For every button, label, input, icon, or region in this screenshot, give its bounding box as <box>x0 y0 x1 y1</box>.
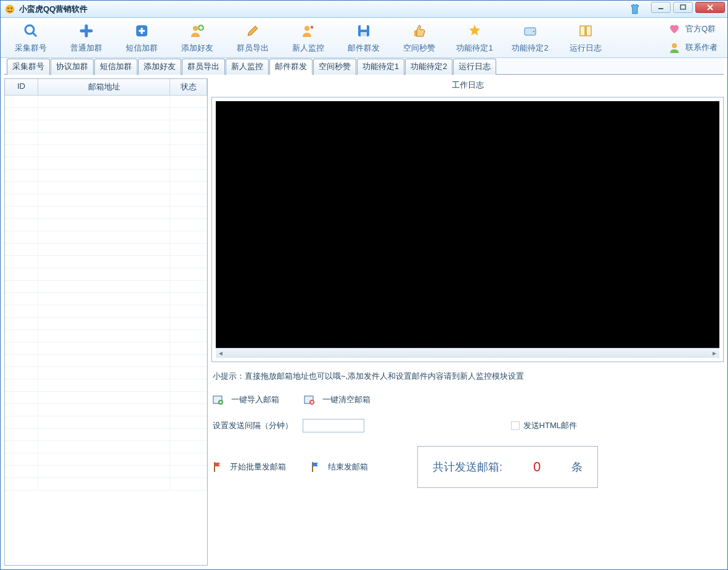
table-row[interactable] <box>5 133 207 145</box>
table-row[interactable] <box>5 305 207 318</box>
table-row[interactable] <box>5 478 207 490</box>
toolbar-label: 功能待定1 <box>456 43 493 54</box>
table-row[interactable] <box>5 379 207 392</box>
table-row[interactable] <box>5 355 207 367</box>
table-row[interactable] <box>5 145 207 157</box>
table-row[interactable] <box>5 157 207 170</box>
tab-10[interactable]: 运行日志 <box>453 59 496 75</box>
tab-1[interactable]: 协议加群 <box>51 59 94 75</box>
table-row[interactable] <box>5 367 207 379</box>
toolbar-label: 空间秒赞 <box>403 43 435 54</box>
link-user[interactable]: 联系作者 <box>668 41 718 54</box>
table-row[interactable] <box>5 170 207 182</box>
clear-emails-button[interactable]: 一键清空邮箱 <box>304 394 370 405</box>
toolbar-save[interactable]: 邮件群发 <box>340 23 388 54</box>
maximize-button[interactable] <box>673 2 693 13</box>
svg-rect-13 <box>361 32 367 36</box>
table-row[interactable] <box>5 182 207 194</box>
content-area: ID 邮箱地址 状态 工作日志 ◄► 小提示：直接拖放邮箱地址也可以哦~,添加发… <box>1 75 727 569</box>
table-row[interactable] <box>5 268 207 281</box>
table-row[interactable] <box>5 416 207 429</box>
pencil-icon <box>245 23 261 39</box>
heart-icon <box>668 23 681 35</box>
tab-2[interactable]: 短信加群 <box>94 59 137 75</box>
table-row[interactable] <box>5 96 207 108</box>
table-row[interactable] <box>5 441 207 453</box>
table-row[interactable] <box>5 330 207 342</box>
table-row[interactable] <box>5 120 207 133</box>
app-icon <box>4 4 15 15</box>
theme-icon[interactable] <box>629 3 641 15</box>
user-icon <box>668 41 681 54</box>
window-controls <box>651 2 725 13</box>
tab-strip: 采集群号协议加群短信加群添加好友群员导出新人监控邮件群发空间秒赞功能待定1功能待… <box>4 58 724 75</box>
minimize-button[interactable] <box>651 2 671 13</box>
table-row[interactable] <box>5 453 207 466</box>
table-row[interactable] <box>5 318 207 330</box>
drive-icon <box>522 23 538 39</box>
toolbar-drive[interactable]: 功能待定2 <box>506 23 554 54</box>
table-header: ID 邮箱地址 状态 <box>5 79 207 96</box>
table-row[interactable] <box>5 342 207 355</box>
interval-label: 设置发送间隔（分钟） <box>213 420 293 431</box>
tab-5[interactable]: 新人监控 <box>226 59 269 75</box>
tab-9[interactable]: 功能待定2 <box>405 59 452 75</box>
toolbar-star[interactable]: 功能待定1 <box>451 23 499 54</box>
import-icon <box>213 394 224 405</box>
svg-point-15 <box>533 31 535 33</box>
tab-3[interactable]: 添加好友 <box>138 59 181 75</box>
import-emails-button[interactable]: 一键导入邮箱 <box>213 394 279 405</box>
col-addr: 邮箱地址 <box>38 79 170 95</box>
table-row[interactable] <box>5 108 207 120</box>
table-row[interactable] <box>5 256 207 268</box>
close-button[interactable] <box>695 2 725 13</box>
table-row[interactable] <box>5 231 207 244</box>
thumb-icon <box>411 23 427 39</box>
tab-6[interactable]: 邮件群发 <box>269 59 313 75</box>
table-row[interactable] <box>5 293 207 305</box>
table-body[interactable] <box>5 96 207 565</box>
toolbar-plus[interactable]: 普通加群 <box>62 23 110 54</box>
table-row[interactable] <box>5 219 207 231</box>
toolbar-plus-box[interactable]: 短信加群 <box>118 23 166 54</box>
toolbar-book[interactable]: 运行日志 <box>562 23 610 54</box>
clear-icon <box>304 394 315 405</box>
toolbar-user-star[interactable]: 新人监控 <box>284 23 332 54</box>
horizontal-scrollbar[interactable]: ◄► <box>216 348 719 358</box>
tab-4[interactable]: 群员导出 <box>182 59 225 75</box>
log-output[interactable] <box>216 101 719 348</box>
interval-input[interactable] <box>303 419 364 432</box>
log-title: 工作日志 <box>211 78 724 92</box>
table-row[interactable] <box>5 207 207 219</box>
toolbar-search[interactable]: 采集群号 <box>7 23 55 54</box>
table-row[interactable] <box>5 404 207 416</box>
stats-count: 0 <box>533 459 541 475</box>
link-heart[interactable]: 官方Q群 <box>668 23 718 35</box>
stats-box: 共计发送邮箱: 0 条 <box>417 446 598 488</box>
toolbar-user-add[interactable]: 添加好友 <box>173 23 221 54</box>
table-row[interactable] <box>5 429 207 441</box>
html-mail-checkbox[interactable]: 发送HTML邮件 <box>511 420 577 431</box>
table-row[interactable] <box>5 194 207 207</box>
tab-8[interactable]: 功能待定1 <box>357 59 404 75</box>
svg-point-8 <box>193 26 198 31</box>
table-row[interactable] <box>5 466 207 478</box>
tab-7[interactable]: 空间秒赞 <box>313 59 356 75</box>
start-send-button[interactable]: 开始批量发邮箱 <box>213 461 286 473</box>
plus-icon <box>78 23 94 39</box>
log-panel: ◄► <box>211 97 724 362</box>
tab-0[interactable]: 采集群号 <box>7 59 50 75</box>
user-add-icon <box>189 23 205 39</box>
toolbar-pencil[interactable]: 群员导出 <box>229 23 277 54</box>
toolbar-label: 群员导出 <box>237 43 269 54</box>
import-label: 一键导入邮箱 <box>231 394 279 405</box>
stop-send-button[interactable]: 结束发邮箱 <box>311 461 368 473</box>
table-row[interactable] <box>5 281 207 293</box>
table-row[interactable] <box>5 244 207 256</box>
toolbar-thumb[interactable]: 空间秒赞 <box>395 23 443 54</box>
table-row[interactable] <box>5 392 207 404</box>
checkbox-box <box>511 421 520 430</box>
svg-rect-12 <box>361 25 367 30</box>
stats-label: 共计发送邮箱: <box>433 460 502 474</box>
search-icon <box>23 23 39 39</box>
